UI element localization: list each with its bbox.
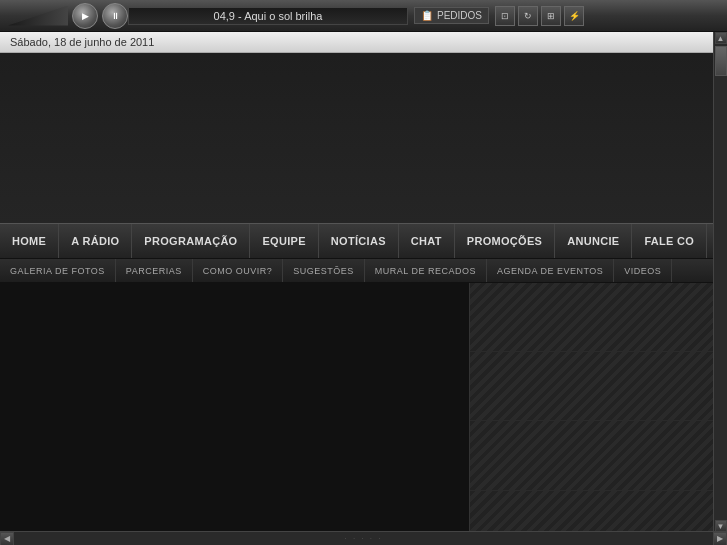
toolbar-icon-3[interactable]: ⊞ xyxy=(541,6,561,26)
wing-decoration xyxy=(8,6,68,26)
top-bar: ▶ ⏸ 04,9 - Aqui o sol brilha 📋 PEDIDOS ⊡… xyxy=(0,0,727,32)
content-left xyxy=(0,283,470,545)
play-button[interactable]: ▶ xyxy=(72,3,98,29)
date-bar: Sábado, 18 de junho de 2011 xyxy=(0,32,713,53)
scrollbar-right: ▲ ▼ xyxy=(713,32,727,532)
nav-item-home[interactable]: HOME xyxy=(0,224,59,258)
nav-item-fale-co[interactable]: FALE CO xyxy=(632,224,707,258)
date-text: Sábado, 18 de junho de 2011 xyxy=(10,36,154,48)
scroll-left-button[interactable]: ◀ xyxy=(0,532,14,546)
scroll-dots: · · · · · xyxy=(344,534,382,543)
toolbar-icons: ⊡ ↻ ⊞ ⚡ xyxy=(495,6,584,26)
pedidos-label: PEDIDOS xyxy=(437,10,482,21)
toolbar-icon-1[interactable]: ⊡ xyxy=(495,6,515,26)
right-row-2 xyxy=(470,421,713,490)
scroll-thumb[interactable] xyxy=(715,46,727,76)
toolbar-icon-4[interactable]: ⚡ xyxy=(564,6,584,26)
sub-nav-bar: GALERIA DE FOTOSPARCERIASCOMO OUVIR?SUGE… xyxy=(0,259,713,283)
toolbar-icon-2[interactable]: ↻ xyxy=(518,6,538,26)
bottom-scrollbar: ◀ · · · · · ▶ xyxy=(0,531,727,545)
main-content xyxy=(0,283,713,545)
nav-bar: HOMEA RÁDIOPROGRAMAÇÃOEQUIPENOTÍCIASCHAT… xyxy=(0,223,713,259)
player-controls: ▶ ⏸ xyxy=(72,3,128,29)
pedidos-icon: 📋 xyxy=(421,10,433,21)
nav-item-equipe[interactable]: EQUIPE xyxy=(250,224,318,258)
sub-nav-item-4[interactable]: MURAL DE RECADOS xyxy=(365,259,487,282)
sub-nav-item-5[interactable]: AGENDA DE EVENTOS xyxy=(487,259,614,282)
pedidos-button[interactable]: 📋 PEDIDOS xyxy=(414,7,489,24)
right-row-1 xyxy=(470,352,713,421)
sub-nav-item-0[interactable]: GALERIA DE FOTOS xyxy=(0,259,116,282)
song-title: 04,9 - Aqui o sol brilha xyxy=(128,7,408,25)
sub-nav-item-3[interactable]: SUGESTÕES xyxy=(283,259,365,282)
dark-content-area xyxy=(0,53,713,223)
pause-button[interactable]: ⏸ xyxy=(102,3,128,29)
content-right xyxy=(470,283,713,545)
sub-nav-item-1[interactable]: PARCERIAS xyxy=(116,259,193,282)
nav-item-a-rádio[interactable]: A RÁDIO xyxy=(59,224,132,258)
scroll-up-button[interactable]: ▲ xyxy=(715,32,727,44)
nav-item-chat[interactable]: CHAT xyxy=(399,224,455,258)
nav-item-programação[interactable]: PROGRAMAÇÃO xyxy=(132,224,250,258)
scroll-right-button[interactable]: ▶ xyxy=(713,532,727,546)
nav-item-anuncie[interactable]: ANUNCIE xyxy=(555,224,632,258)
nav-item-promoções[interactable]: PROMOÇÕES xyxy=(455,224,555,258)
nav-item-notícias[interactable]: NOTÍCIAS xyxy=(319,224,399,258)
right-row-0 xyxy=(470,283,713,352)
sub-nav-item-6[interactable]: VIDEOS xyxy=(614,259,672,282)
sub-nav-item-2[interactable]: COMO OUVIR? xyxy=(193,259,284,282)
